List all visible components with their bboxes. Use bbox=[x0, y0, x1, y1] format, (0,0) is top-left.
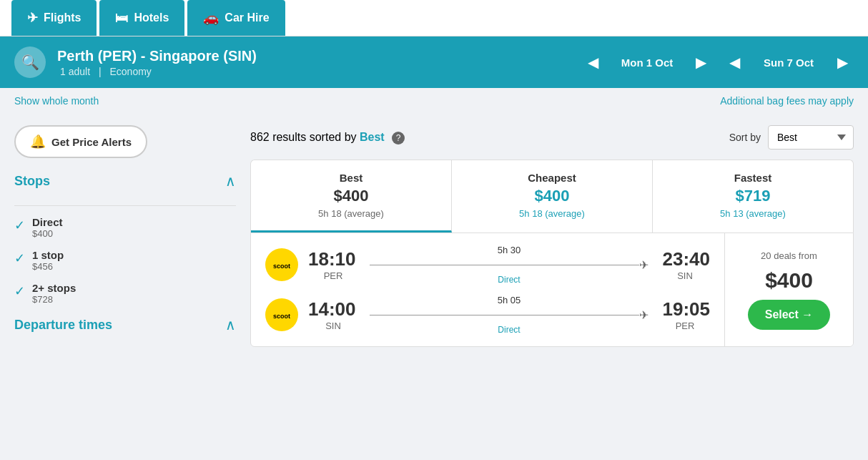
return-date-nav: ◀ Sun 7 Oct ▶ bbox=[724, 51, 854, 74]
adult-count: 1 adult bbox=[60, 66, 90, 77]
best-tab-price: $400 bbox=[258, 187, 444, 205]
outbound-arrive-airport: SIN bbox=[660, 270, 710, 281]
stops-filter-header: Stops ∧ bbox=[14, 172, 236, 195]
tab-hotels-label: Hotels bbox=[134, 11, 169, 24]
departure-header: Departure times ∧ bbox=[14, 316, 236, 333]
stops-chevron-icon[interactable]: ∧ bbox=[225, 172, 236, 190]
inbound-row: scoot 14:00 SIN 5h 05 bbox=[265, 295, 710, 335]
sort-select[interactable]: Best Cheapest Fastest Duration bbox=[768, 125, 854, 150]
outbound-line: ✈ bbox=[370, 258, 648, 272]
outbound-airline-logo: scoot bbox=[265, 248, 298, 281]
stop-1stop: ✓ 1 stop $456 bbox=[14, 249, 236, 272]
flights-icon: ✈ bbox=[27, 10, 38, 26]
main-layout: 🔔 Get Price Alerts Stops ∧ ✓ Direct $400… bbox=[0, 114, 868, 367]
top-navigation: ✈ Flights 🛏 Hotels 🚗 Car Hire bbox=[0, 0, 868, 36]
two-plus-price: $728 bbox=[32, 294, 76, 305]
search-route: Perth (PER) - Singapore (SIN) bbox=[57, 48, 571, 64]
search-icon: 🔍 bbox=[21, 54, 39, 71]
price-panel: 20 deals from $400 Select → bbox=[724, 233, 853, 346]
fastest-tab-avg: 5h 13 (average) bbox=[660, 208, 846, 219]
two-plus-label: 2+ stops bbox=[32, 282, 76, 294]
inbound-duration: 5h 05 bbox=[498, 295, 521, 305]
sort-by-value: Best bbox=[360, 131, 385, 143]
cheapest-tab-price: $400 bbox=[459, 187, 645, 205]
inbound-depart-airport: SIN bbox=[308, 320, 358, 331]
hotels-icon: 🛏 bbox=[115, 11, 128, 26]
one-stop-price: $456 bbox=[32, 261, 64, 272]
outbound-prev-arrow[interactable]: ◀ bbox=[582, 51, 604, 74]
departure-chevron-icon[interactable]: ∧ bbox=[225, 316, 236, 333]
price-alert-label: Get Price Alerts bbox=[51, 136, 132, 148]
inbound-duration-section: 5h 05 ✈ Direct bbox=[370, 295, 648, 335]
svg-text:scoot: scoot bbox=[273, 313, 290, 320]
outbound-time-section: 18:10 PER 5h 30 ✈ Direct bbox=[308, 245, 710, 285]
stops-title: Stops bbox=[14, 174, 50, 189]
tab-flights-label: Flights bbox=[44, 11, 81, 24]
inbound-time-section: 14:00 SIN 5h 05 ✈ Direct bbox=[308, 295, 710, 335]
direct-label: Direct bbox=[32, 216, 63, 228]
direct-price: $400 bbox=[32, 228, 63, 239]
tab-fastest[interactable]: Fastest $719 5h 13 (average) bbox=[653, 160, 853, 233]
tab-cheapest[interactable]: Cheapest $400 5h 18 (average) bbox=[452, 160, 653, 233]
outbound-date-nav: ◀ Mon 1 Oct ▶ bbox=[582, 51, 712, 74]
departure-title: Departure times bbox=[14, 318, 112, 333]
stops-filter: Stops ∧ ✓ Direct $400 ✓ 1 stop $456 ✓ bbox=[14, 172, 236, 305]
results-count-area: 862 results sorted by Best ? bbox=[250, 131, 405, 145]
flight-card: scoot 18:10 PER 5h 30 bbox=[250, 233, 854, 347]
fastest-tab-label: Fastest bbox=[660, 172, 846, 184]
flight-routes: scoot 18:10 PER 5h 30 bbox=[251, 233, 724, 346]
outbound-date: Mon 1 Oct bbox=[611, 57, 683, 69]
tab-hotels[interactable]: 🛏 Hotels bbox=[99, 0, 184, 36]
inbound-stops: Direct bbox=[498, 325, 520, 335]
flight-price: $400 bbox=[765, 268, 813, 293]
two-plus-check-icon[interactable]: ✓ bbox=[14, 283, 25, 299]
svg-text:scoot: scoot bbox=[273, 263, 290, 270]
outbound-stops: Direct bbox=[498, 275, 520, 285]
carhire-icon: 🚗 bbox=[203, 10, 219, 26]
tab-carhire-label: Car Hire bbox=[225, 11, 269, 24]
help-icon[interactable]: ? bbox=[392, 132, 405, 145]
price-alert-button[interactable]: 🔔 Get Price Alerts bbox=[14, 125, 147, 158]
results-count-text: 862 results sorted by bbox=[250, 131, 357, 143]
inbound-depart-time: 14:00 bbox=[308, 298, 358, 320]
outbound-plane-icon: ✈ bbox=[639, 258, 648, 272]
cheapest-tab-avg: 5h 18 (average) bbox=[459, 208, 645, 219]
one-stop-check-icon[interactable]: ✓ bbox=[14, 250, 25, 266]
inbound-arrive-time: 19:05 bbox=[660, 298, 710, 320]
outbound-depart-airport: PER bbox=[308, 270, 358, 281]
best-tab-avg: 5h 18 (average) bbox=[258, 208, 444, 219]
inbound-airline-logo: scoot bbox=[265, 298, 298, 331]
fastest-tab-price: $719 bbox=[660, 187, 846, 205]
select-button[interactable]: Select → bbox=[748, 300, 831, 330]
inbound-plane-icon: ✈ bbox=[639, 308, 648, 322]
return-date: Sun 7 Oct bbox=[753, 57, 824, 69]
inbound-arrive-airport: PER bbox=[660, 320, 710, 331]
return-next-arrow[interactable]: ▶ bbox=[832, 51, 854, 74]
outbound-next-arrow[interactable]: ▶ bbox=[690, 51, 712, 74]
cheapest-tab-label: Cheapest bbox=[459, 172, 645, 184]
search-meta: 1 adult | Economy bbox=[57, 66, 571, 77]
stop-2plus: ✓ 2+ stops $728 bbox=[14, 282, 236, 305]
outbound-row: scoot 18:10 PER 5h 30 bbox=[265, 245, 710, 285]
outbound-duration-section: 5h 30 ✈ Direct bbox=[370, 245, 648, 285]
bag-fees-notice: Additional bag fees may apply bbox=[720, 95, 854, 107]
tab-carhire[interactable]: 🚗 Car Hire bbox=[187, 0, 285, 36]
sub-header: Show whole month Additional bag fees may… bbox=[0, 88, 868, 114]
return-prev-arrow[interactable]: ◀ bbox=[724, 51, 746, 74]
bell-icon: 🔔 bbox=[30, 134, 46, 150]
results-header: 862 results sorted by Best ? Sort by Bes… bbox=[250, 125, 854, 150]
tab-flights[interactable]: ✈ Flights bbox=[11, 0, 97, 36]
stop-direct: ✓ Direct $400 bbox=[14, 216, 236, 239]
show-month-link[interactable]: Show whole month bbox=[14, 95, 99, 107]
tab-best[interactable]: Best $400 5h 18 (average) bbox=[251, 160, 452, 233]
flight-card-inner: scoot 18:10 PER 5h 30 bbox=[251, 233, 853, 346]
outbound-depart-time: 18:10 bbox=[308, 248, 358, 270]
inbound-line: ✈ bbox=[370, 308, 648, 322]
sort-label: Sort by bbox=[729, 132, 761, 143]
search-info: Perth (PER) - Singapore (SIN) 1 adult | … bbox=[57, 48, 571, 77]
content-area: 862 results sorted by Best ? Sort by Bes… bbox=[250, 114, 868, 367]
direct-check-icon[interactable]: ✓ bbox=[14, 217, 25, 233]
one-stop-label: 1 stop bbox=[32, 249, 64, 261]
sort-area: Sort by Best Cheapest Fastest Duration bbox=[729, 125, 854, 150]
search-button[interactable]: 🔍 bbox=[14, 47, 46, 78]
